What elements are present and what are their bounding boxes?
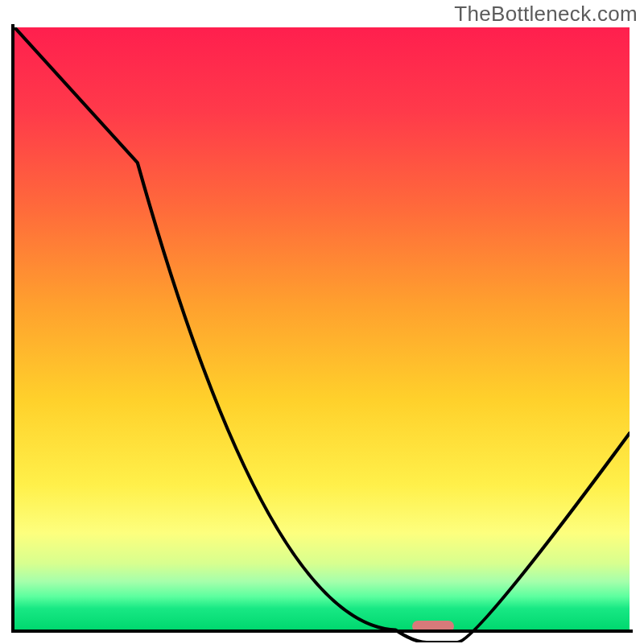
watermark-text: TheBottleneck.com [454,2,638,27]
y-axis [11,24,14,633]
x-axis [11,630,633,633]
bottleneck-chart: TheBottleneck.com [0,0,644,644]
bottleneck-curve [14,27,630,642]
plot-area [14,27,630,630]
